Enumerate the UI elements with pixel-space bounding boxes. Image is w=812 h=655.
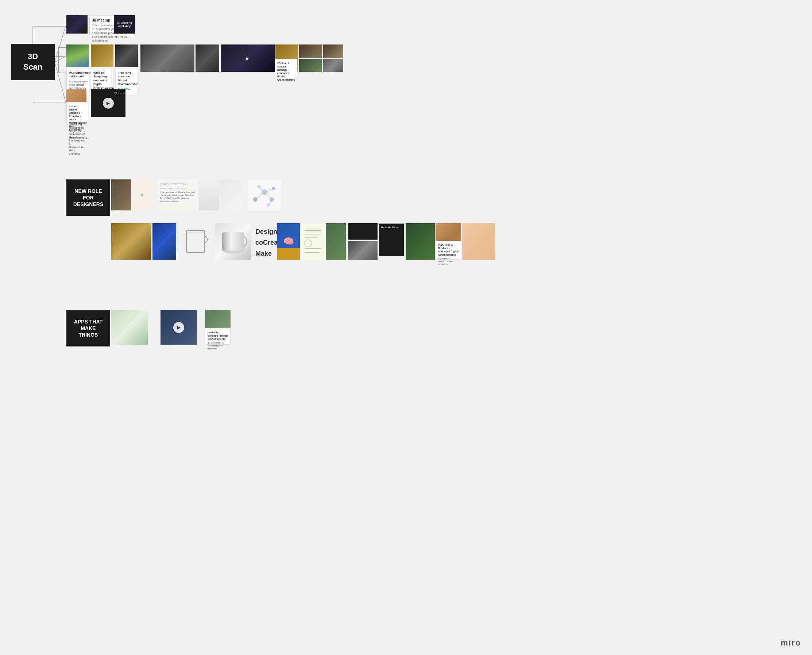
thumb-machined1[interactable]: [140, 45, 194, 72]
thumb-dark-scene[interactable]: ▶: [221, 45, 275, 72]
thumb-heritage2[interactable]: [299, 59, 322, 72]
thumb-network[interactable]: [248, 180, 281, 211]
thumb-landscape[interactable]: [406, 223, 435, 260]
thumb-make-arrow[interactable]: [277, 248, 300, 260]
thumb-llama[interactable]: [220, 180, 241, 211]
label-design: Design: [255, 228, 277, 235]
svg-rect-21: [186, 231, 205, 252]
label-new-role: NEW ROLE FOR DESIGNERS: [66, 180, 110, 216]
thumb-mug-sketch[interactable]: [177, 223, 214, 260]
thumb-terrain[interactable]: [326, 223, 346, 260]
card-heritage[interactable]: 3D Scan / cultural heritage - cuncode / …: [275, 59, 297, 77]
thumb-manuscript[interactable]: [111, 223, 151, 260]
svg-line-2: [55, 62, 66, 102]
thumb-heritage1[interactable]: [299, 45, 322, 58]
card-nos-title: nostrails - cuncode / Digital Craftsmans…: [208, 331, 228, 341]
thumb-jewelry-hand[interactable]: [462, 223, 495, 260]
thumb-video-apps[interactable]: ▶: [160, 310, 197, 344]
card-neural-title: Instant Neural Graphics Primitives with …: [69, 105, 86, 131]
svg-line-17: [265, 192, 272, 200]
card-neural-desc: Instant Neural Graphics Primitives with …: [69, 132, 86, 156]
card-ws-title: Window Shopping - cuncode / Digital Craf…: [93, 71, 111, 90]
svg-point-29: [304, 240, 312, 247]
card-nos-desc: 3D scanning - 3D Printed ceramic tablewa…: [208, 342, 228, 350]
thumb-terrarium[interactable]: [111, 310, 148, 344]
thumb-3d-meetup[interactable]: [66, 15, 88, 34]
card-product[interactable]: Re:Unite Series: [378, 223, 404, 256]
thumb-circuit[interactable]: [152, 223, 176, 260]
thumb-interior[interactable]: [91, 45, 114, 67]
card-photo-title: Photogrammetry - Wikipedia: [69, 71, 86, 79]
canvas: 3D Scan 3d meetup You experienced only o…: [0, 0, 812, 655]
thumb-aerial[interactable]: [66, 45, 89, 67]
play-button-neural[interactable]: ▶: [103, 98, 114, 109]
crayon-desc: figurines from children's drawings | Tur…: [160, 191, 195, 202]
thumb-mug-3d[interactable]: [215, 223, 251, 260]
card-hive[interactable]: Plan, Hive & Bubbles - cuncode / Digital…: [435, 241, 461, 260]
thumb-sketch-notes[interactable]: [301, 223, 324, 260]
thumb-person-sketch[interactable]: [111, 180, 131, 211]
thumb-workshop[interactable]: AI Learning Workshop: [114, 15, 135, 34]
svg-rect-25: [222, 232, 244, 251]
thumb-heritage3[interactable]: [323, 45, 343, 58]
thumb-ring[interactable]: [115, 45, 138, 67]
thumb-video-neural[interactable]: AFTER ▶: [91, 89, 126, 117]
crayon-url: www.crayoncreatures.com: [160, 187, 195, 190]
svg-line-0: [55, 26, 66, 62]
thumb-sketch2[interactable]: ✦: [132, 180, 152, 211]
label-make: Make: [255, 250, 272, 257]
card-nostrails[interactable]: nostrails - cuncode / Digital Craftsmans…: [205, 328, 231, 344]
card-tr-title: Tree Ring - cuncode / Digital Craftsmans…: [118, 71, 135, 86]
thumb-machined2[interactable]: [195, 45, 219, 72]
label-apps-make: APPS THAT MAKE THINGS: [66, 310, 110, 346]
miro-watermark: miro: [781, 638, 801, 648]
play-button-apps[interactable]: ▶: [173, 322, 184, 333]
label-3d-scan: 3D Scan: [11, 44, 55, 80]
svg-line-1: [55, 57, 66, 62]
card-hive-desc: Figurative 3D Printed ceramic tableware: [438, 257, 458, 266]
thumb-heritage4[interactable]: [323, 59, 343, 72]
thumb-dark-product[interactable]: [348, 223, 378, 240]
thumb-figurine-scan[interactable]: [199, 180, 219, 211]
svg-line-16: [255, 192, 265, 200]
card-hive-title: Plan, Hive & Bubbles - cuncode / Digital…: [438, 243, 458, 257]
thumb-crayon-logo[interactable]: crayon creatures www.crayoncreatures.com…: [158, 180, 198, 211]
card-prod-title: Re:Unite Series: [381, 226, 401, 229]
card-neural[interactable]: Instant Neural Graphics Primitives with …: [66, 102, 88, 124]
thumb-necklace[interactable]: [348, 241, 378, 260]
card-her-title: 3D Scan / cultural heritage - cuncode / …: [277, 62, 295, 82]
